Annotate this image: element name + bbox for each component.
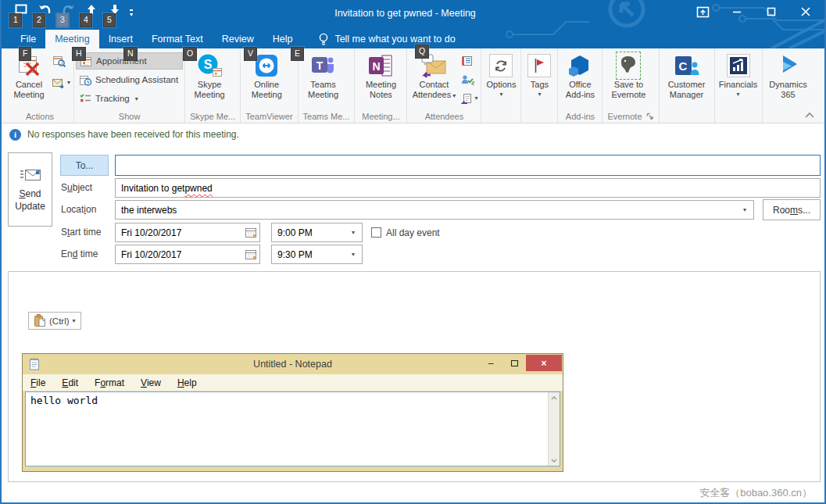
group-label-teamviewer: TeamViewer (242, 109, 295, 123)
tab-insert[interactable]: Insert (99, 30, 142, 48)
to-button[interactable]: To... (60, 155, 109, 176)
tab-help[interactable]: Help (263, 30, 302, 48)
all-day-checkbox[interactable] (371, 227, 381, 238)
address-book-icon (461, 55, 474, 66)
teams-meeting-button[interactable]: T Teams Meeting (300, 50, 347, 100)
check-names-button[interactable]: @ (461, 72, 477, 88)
tracking-button[interactable]: Tracking ▾ (76, 90, 183, 107)
notepad-menu-file[interactable]: File (30, 377, 45, 388)
office-addins-button[interactable]: Office Add-ins (560, 50, 600, 100)
notepad-text-area[interactable]: hello world (25, 391, 560, 466)
customer-manager-button[interactable]: C Customer Manager (661, 50, 713, 100)
ribbon-tabs: File Meeting Insert Format Text Review H… (2, 30, 824, 48)
svg-text:C: C (678, 59, 687, 73)
keytip-review: V (244, 47, 257, 61)
options-button[interactable]: Options ▾ (483, 50, 519, 98)
scroll-down-icon[interactable] (549, 455, 560, 466)
forward-button[interactable]: ▾ (52, 75, 70, 91)
start-time-dropdown-icon[interactable]: ▾ (345, 223, 362, 241)
notepad-menu-format[interactable]: Format (95, 377, 124, 388)
scheduling-assistant-button[interactable]: Scheduling Assistant (76, 71, 183, 88)
notepad-close-button[interactable]: × (526, 355, 562, 371)
qat-previous-item-button[interactable]: 4 (80, 2, 103, 27)
info-bar-text: No responses have been received for this… (27, 129, 239, 140)
collapse-ribbon-icon[interactable] (804, 112, 815, 119)
tab-meeting[interactable]: Meeting (45, 30, 98, 48)
customize-qat-icon[interactable]: ▾ (130, 9, 133, 19)
minimize-button[interactable] (720, 0, 754, 23)
group-label-meeting-notes: Meeting... (356, 109, 405, 123)
notepad-menu-view[interactable]: View (141, 377, 161, 388)
scroll-up-icon[interactable] (549, 392, 560, 403)
send-envelope-icon (20, 168, 41, 182)
end-time-dropdown-icon[interactable]: ▾ (345, 245, 362, 263)
notepad-icon (29, 358, 41, 370)
end-date-field[interactable]: Fri 10/20/2017 (115, 245, 260, 264)
group-label-financials (717, 109, 760, 123)
send-update-button[interactable]: Send Update (8, 152, 52, 227)
calendar-search-icon (52, 55, 66, 67)
group-label-teams: Teams Me... (300, 109, 353, 123)
all-day-label: All day event (386, 227, 440, 238)
to-field[interactable] (115, 155, 821, 176)
window-controls (685, 0, 823, 23)
start-time-field[interactable]: 9:00 PM ▾ (271, 223, 363, 242)
rooms-button[interactable]: Rooms... (763, 199, 821, 220)
notepad-maximize-button[interactable] (502, 355, 526, 371)
end-time-field[interactable]: 9:30 PM ▾ (271, 245, 363, 264)
notepad-menu-edit[interactable]: Edit (62, 377, 78, 388)
tags-button[interactable]: Tags ▾ (523, 50, 556, 98)
start-date-field[interactable]: Fri 10/20/2017 (115, 223, 260, 242)
location-dropdown-icon[interactable]: ▾ (736, 201, 753, 219)
subject-field[interactable]: Invitation to get pwned (115, 178, 821, 198)
dynamics-365-button[interactable]: Dynamics 365 (764, 50, 813, 100)
skype-icon: S (196, 53, 223, 78)
message-body[interactable]: (Ctrl) ▾ Untitled - Notepad – × File (8, 271, 821, 482)
keytip-2: 2 (33, 13, 45, 27)
qat-save-button[interactable]: 1 (9, 2, 33, 27)
maximize-button[interactable] (754, 0, 788, 23)
tell-me-box[interactable]: Tell me what you want to do (319, 30, 455, 48)
teamviewer-icon (255, 54, 278, 77)
address-book-button[interactable] (461, 53, 477, 69)
onenote-icon: N (368, 54, 393, 77)
evernote-elephant-icon (617, 53, 639, 75)
paste-options-button[interactable]: (Ctrl) ▾ (28, 312, 81, 330)
window-title: Invitation to get pwned - Meeting (158, 8, 653, 19)
financials-button[interactable]: Financials ▾ (717, 50, 760, 98)
notepad-scrollbar[interactable] (548, 392, 560, 466)
ribbon-display-options-icon (696, 6, 710, 18)
tab-review[interactable]: Review (213, 30, 263, 48)
all-day-event[interactable]: All day event (371, 223, 440, 242)
keytip-3: 3 (56, 13, 69, 27)
location-field[interactable]: the interwebs ▾ (115, 200, 754, 220)
dropdown-arrow-icon: ▾ (452, 92, 456, 99)
tab-format-text[interactable]: Format Text (142, 30, 213, 48)
qat-undo-button[interactable]: 2 (33, 2, 56, 27)
respond-button[interactable]: ▾ (461, 91, 477, 106)
ribbon-display-options-button[interactable] (685, 0, 720, 23)
end-date-picker-icon[interactable] (242, 245, 259, 263)
notepad-title-bar[interactable]: Untitled - Notepad – × (23, 354, 563, 374)
qat-redo-button[interactable]: 3 (56, 2, 80, 27)
tab-file[interactable]: File (11, 30, 45, 48)
close-button[interactable] (788, 0, 823, 23)
check-names-icon: @ (461, 74, 474, 85)
title-bar-area: 1 2 3 4 5 ▾ I (2, 0, 824, 48)
meeting-notes-button[interactable]: N Meeting Notes (356, 50, 405, 100)
keytip-help: E (291, 47, 304, 61)
start-date-picker-icon[interactable] (242, 223, 259, 241)
qat-next-item-button[interactable]: 5 (103, 2, 127, 27)
keytip-tell-me: Q (415, 45, 429, 59)
open-scheduling-button[interactable] (52, 53, 70, 69)
group-label-options (483, 109, 519, 123)
notepad-window: Untitled - Notepad – × File Edit Format … (22, 353, 563, 472)
dialog-launcher-icon[interactable] (646, 113, 654, 120)
notepad-menu-help[interactable]: Help (177, 377, 197, 388)
notepad-minimize-button[interactable]: – (479, 355, 502, 371)
quick-access-toolbar: 1 2 3 4 5 ▾ (9, 2, 133, 27)
tracking-icon (79, 93, 91, 105)
save-to-evernote-button[interactable]: Save to Evernote (604, 50, 653, 100)
keytip-5: 5 (103, 13, 116, 27)
group-addins: Office Add-ins Add-ins (558, 48, 603, 123)
